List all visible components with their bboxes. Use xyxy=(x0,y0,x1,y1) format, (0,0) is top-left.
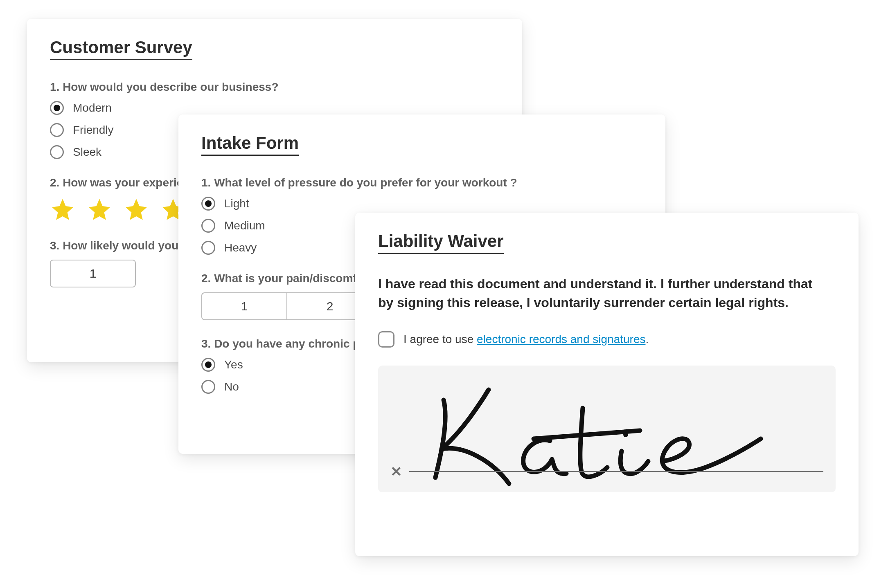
radio-option-modern[interactable]: Modern xyxy=(50,101,499,115)
star-icon xyxy=(50,197,75,222)
intake-form-title: Intake Form xyxy=(201,133,299,156)
star-icon xyxy=(124,197,149,222)
signature-line xyxy=(409,471,823,472)
svg-point-0 xyxy=(623,432,628,437)
radio-label: Modern xyxy=(73,101,112,114)
survey-q1-label: 1. How would you describe our business? xyxy=(50,81,499,94)
customer-survey-title: Customer Survey xyxy=(50,38,192,60)
agree-checkbox[interactable] xyxy=(378,331,394,348)
star-icon xyxy=(87,197,112,222)
scale-cell-1[interactable]: 1 xyxy=(50,260,136,287)
liability-waiver-card: Liability Waiver I have read this docume… xyxy=(355,213,859,556)
radio-icon xyxy=(201,358,215,372)
agree-prefix: I agree to use xyxy=(403,333,477,346)
radio-label: Heavy xyxy=(224,241,257,254)
radio-icon xyxy=(50,123,64,137)
agree-text: I agree to use electronic records and si… xyxy=(403,333,649,346)
radio-icon xyxy=(201,241,215,255)
agree-row: I agree to use electronic records and si… xyxy=(378,331,836,348)
radio-label: Medium xyxy=(224,219,265,232)
radio-icon xyxy=(201,197,215,211)
radio-option-light[interactable]: Light xyxy=(201,197,642,211)
liability-waiver-title: Liability Waiver xyxy=(378,231,504,254)
radio-icon xyxy=(50,101,64,115)
signature-box[interactable]: ✕ xyxy=(378,366,836,492)
scale-cell-1[interactable]: 1 xyxy=(201,292,287,320)
agree-suffix: . xyxy=(645,333,649,346)
radio-icon xyxy=(201,219,215,233)
signature-line-row: ✕ xyxy=(390,465,823,478)
intake-q1-label: 1. What level of pressure do you prefer … xyxy=(201,176,642,189)
radio-label: Yes xyxy=(224,358,243,371)
radio-label: No xyxy=(224,380,239,393)
radio-icon xyxy=(50,145,64,159)
radio-icon xyxy=(201,380,215,394)
waiver-body-text: I have read this document and understand… xyxy=(378,274,816,312)
electronic-records-link[interactable]: electronic records and signatures xyxy=(477,333,645,346)
stage: Customer Survey 1. How would you describ… xyxy=(0,0,879,588)
radio-label: Sleek xyxy=(73,146,101,159)
radio-label: Friendly xyxy=(73,123,114,137)
radio-label: Light xyxy=(224,197,249,210)
clear-signature-icon[interactable]: ✕ xyxy=(390,465,402,478)
